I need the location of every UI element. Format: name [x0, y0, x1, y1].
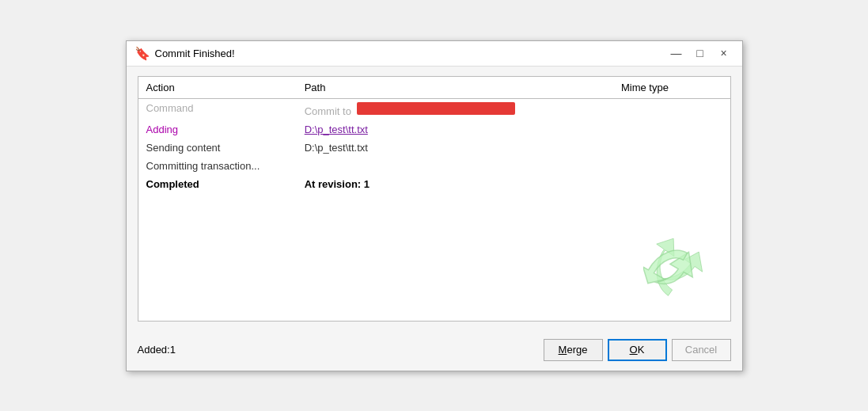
table-row: Sending content D:\p_test\tt.txt	[138, 139, 730, 157]
completed-path-val: At revision: 1	[305, 178, 370, 190]
row-command-mime	[613, 98, 730, 120]
redacted-url-bar	[357, 102, 515, 115]
success-arrow-icon	[643, 234, 714, 305]
footer: Added:1 Merge OK Cancel	[127, 331, 742, 371]
ok-label: OK	[630, 344, 645, 356]
row-committing-path	[297, 157, 613, 175]
maximize-button[interactable]: □	[690, 45, 711, 61]
commit-log-table: Action Path Mime type Command Commit to	[138, 76, 731, 322]
ok-button[interactable]: OK	[608, 339, 667, 361]
row-command-path: Commit to	[297, 98, 613, 120]
row-command-action: Command	[138, 98, 297, 120]
cancel-button[interactable]: Cancel	[672, 339, 731, 361]
table-header-row: Action Path Mime type	[138, 77, 730, 99]
col-path-header: Path	[297, 77, 613, 99]
row-committing-mime	[613, 157, 730, 175]
row-sending-action: Sending content	[138, 139, 297, 157]
footer-buttons: Merge OK Cancel	[544, 339, 731, 361]
table-row: Completed At revision: 1	[138, 175, 730, 193]
col-action-header: Action	[138, 77, 297, 99]
table-row: Committing transaction...	[138, 157, 730, 175]
row-sending-mime	[613, 139, 730, 157]
sending-path-val: D:\p_test\tt.txt	[305, 142, 368, 154]
row-completed-path: At revision: 1	[297, 175, 613, 193]
footer-status: Added:1	[138, 344, 176, 356]
table-row: Adding D:\p_test\tt.txt	[138, 120, 730, 139]
row-completed-action: Completed	[138, 175, 297, 193]
row-committing-action: Committing transaction...	[138, 157, 297, 175]
title-bar-left: 🔖 Commit Finished!	[135, 46, 235, 61]
commit-to-label: Commit to	[305, 105, 354, 117]
row-adding-path: D:\p_test\tt.txt	[297, 120, 613, 139]
title-bar-buttons: — □ ×	[666, 45, 734, 61]
merge-button[interactable]: Merge	[544, 339, 603, 361]
row-adding-action: Adding	[138, 120, 297, 139]
adding-path-link: D:\p_test\tt.txt	[305, 124, 368, 135]
window-icon: 🔖	[135, 46, 150, 61]
col-mime-header: Mime type	[613, 77, 730, 99]
table-row: Command Commit to	[138, 98, 730, 120]
row-completed-mime	[613, 175, 730, 193]
window-title: Commit Finished!	[155, 48, 235, 59]
log-table: Action Path Mime type Command Commit to	[138, 77, 730, 193]
commit-finished-dialog: 🔖 Commit Finished! — □ × Action Path Mim…	[126, 40, 743, 371]
merge-label: Merge	[559, 344, 588, 356]
title-bar: 🔖 Commit Finished! — □ ×	[127, 41, 742, 67]
content-area: Action Path Mime type Command Commit to	[127, 67, 742, 331]
close-button[interactable]: ×	[714, 45, 734, 61]
minimize-button[interactable]: —	[666, 45, 687, 61]
row-sending-path: D:\p_test\tt.txt	[297, 139, 613, 157]
row-adding-mime	[613, 120, 730, 139]
